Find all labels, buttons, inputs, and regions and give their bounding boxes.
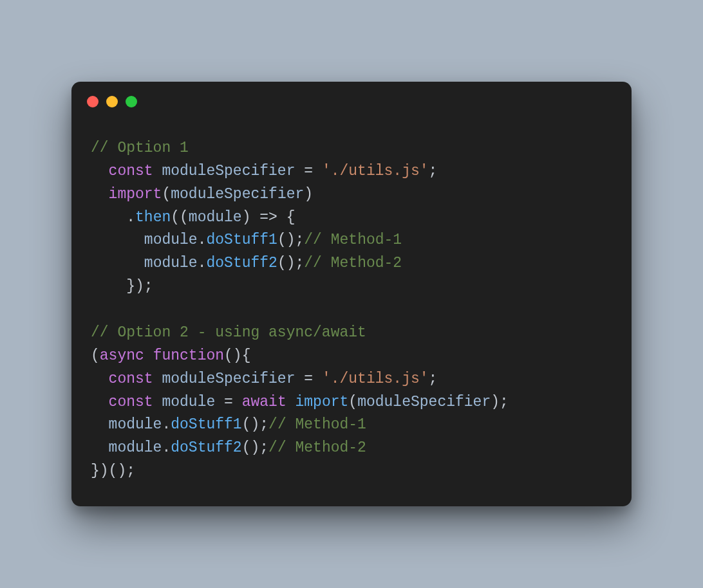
code-line: (async function(){ (91, 345, 612, 368)
code-line: // Option 2 - using async/await (91, 322, 612, 345)
code-window: // Option 1 const moduleSpecifier = './u… (71, 82, 632, 506)
close-icon[interactable] (87, 96, 98, 107)
window-titlebar (71, 82, 632, 107)
code-line: .then((module) => { (91, 207, 612, 230)
code-line: const module = await import(moduleSpecif… (91, 391, 612, 414)
code-line: const moduleSpecifier = './utils.js'; (91, 368, 612, 391)
zoom-icon[interactable] (126, 96, 137, 107)
code-line: module.doStuff2();// Method-2 (91, 437, 612, 460)
code-line: import(moduleSpecifier) (91, 183, 612, 207)
code-line: module.doStuff1();// Method-1 (91, 229, 612, 252)
minimize-icon[interactable] (106, 96, 118, 107)
code-line: }); (91, 275, 612, 299)
code-line: module.doStuff1();// Method-1 (91, 414, 612, 437)
code-line: })(); (91, 460, 612, 483)
code-block[interactable]: // Option 1 const moduleSpecifier = './u… (71, 107, 632, 483)
code-line: const moduleSpecifier = './utils.js'; (91, 160, 612, 183)
code-line: module.doStuff2();// Method-2 (91, 252, 612, 275)
code-line: // Option 1 (91, 137, 612, 160)
code-line (91, 299, 612, 322)
